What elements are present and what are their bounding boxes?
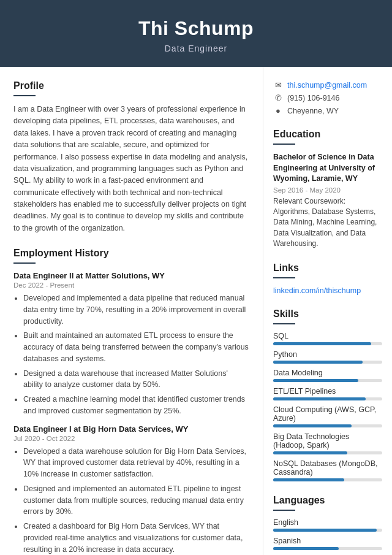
skill-label: Python [273, 350, 382, 359]
left-column: Profile I am a Data Engineer with over 3… [0, 67, 263, 555]
skill-label: NoSQL Databases (MongoDB, Cassandra) [273, 459, 382, 477]
bullet: Created a dashboard for Big Horn Data Se… [23, 521, 249, 555]
job-item: Data Engineer II at Matter Solutions, WY… [13, 271, 249, 417]
language-bar-bg [273, 547, 382, 550]
skill-bar-bg [273, 361, 382, 364]
skill-bar-fill [273, 397, 366, 400]
skills-section-title: Skills [273, 308, 382, 320]
contact-phone: ✆ (915) 106-9146 [273, 93, 382, 102]
skill-bar-bg [273, 397, 382, 400]
skills-section: Skills SQL Python Data Modeling ETL/ELT … [273, 308, 382, 481]
skill-item: NoSQL Databases (MongoDB, Cassandra) [273, 459, 382, 481]
languages-divider [273, 510, 295, 511]
email-icon: ✉ [273, 80, 283, 90]
skill-item: Python [273, 350, 382, 364]
job-dates-2: Jul 2020 - Oct 2022 [13, 435, 249, 442]
languages-list: English Spanish [273, 518, 382, 550]
job-bullets-1: Developed and implemented a data pipelin… [13, 293, 249, 417]
languages-section: Languages English Spanish [273, 495, 382, 550]
skill-item: Big Data Technologies (Hadoop, Spark) [273, 432, 382, 454]
bullet: Built and maintained an automated ETL pr… [23, 330, 249, 364]
job-item: Data Engineer I at Big Horn Data Service… [13, 424, 249, 555]
skill-item: Cloud Computing (AWS, GCP, Azure) [273, 405, 382, 427]
edu-dates: Sep 2016 - May 2020 [273, 186, 382, 194]
edu-coursework: Relevant Coursework: Algorithms, Databas… [273, 196, 382, 250]
skill-bar-fill [273, 451, 347, 454]
skill-bar-bg [273, 451, 382, 454]
education-section: Education Bachelor of Science in Data En… [273, 129, 382, 249]
skill-item: SQL [273, 332, 382, 345]
email-link[interactable]: thi.schump@gmail.com [287, 81, 367, 90]
skill-label: ETL/ELT Pipelines [273, 387, 382, 396]
bullet: Designed a data warehouse that increased… [23, 368, 249, 391]
skill-label: Data Modeling [273, 369, 382, 377]
skill-bar-bg [273, 342, 382, 345]
skill-bar-bg [273, 379, 382, 382]
contact-section: ✉ thi.schump@gmail.com ✆ (915) 106-9146 … [273, 80, 382, 115]
edu-degree: Bachelor of Science in Data Engineering … [273, 152, 382, 185]
employment-section-title: Employment History [13, 248, 249, 259]
language-bar-fill [273, 547, 339, 550]
links-section: Links linkedin.com/in/thischump [273, 262, 382, 295]
bullet: Developed and implemented a data pipelin… [23, 293, 249, 327]
bullet: Developed a data warehouse solution for … [23, 446, 249, 480]
contact-email: ✉ thi.schump@gmail.com [273, 80, 382, 90]
language-label: English [273, 518, 382, 527]
skills-divider [273, 323, 295, 324]
job-title-1: Data Engineer II at Matter Solutions, WY [13, 271, 249, 280]
contact-location: ● Cheyenne, WY [273, 106, 382, 115]
resume-page: Thi Schump Data Engineer Profile I am a … [0, 0, 392, 555]
skill-label: SQL [273, 332, 382, 340]
main-content: Profile I am a Data Engineer with over 3… [0, 67, 392, 555]
skill-label: Cloud Computing (AWS, GCP, Azure) [273, 405, 382, 423]
job-dates-1: Dec 2022 - Present [13, 281, 249, 289]
job-title-2: Data Engineer I at Big Horn Data Service… [13, 424, 249, 434]
links-divider [273, 277, 295, 278]
profile-divider [13, 95, 36, 96]
skill-bar-fill [273, 379, 358, 382]
header-name: Thi Schump [12, 17, 380, 40]
skills-list: SQL Python Data Modeling ETL/ELT Pipelin… [273, 332, 382, 481]
phone-text: (915) 106-9146 [287, 94, 339, 102]
skill-label: Big Data Technologies (Hadoop, Spark) [273, 432, 382, 450]
links-section-title: Links [273, 262, 382, 274]
employment-divider [13, 262, 36, 264]
profile-section-title: Profile [13, 80, 249, 91]
employment-section: Employment History Data Engineer II at M… [13, 248, 249, 555]
skill-item: ETL/ELT Pipelines [273, 387, 382, 400]
skill-bar-fill [273, 424, 352, 427]
language-item: Spanish [273, 537, 382, 550]
languages-section-title: Languages [273, 495, 382, 506]
phone-icon: ✆ [273, 93, 283, 102]
job-bullets-2: Developed a data warehouse solution for … [13, 446, 249, 555]
linkedin-link[interactable]: linkedin.com/in/thischump [273, 286, 361, 295]
language-label: Spanish [273, 537, 382, 545]
profile-text: I am a Data Engineer with over 3 years o… [13, 104, 249, 234]
bullet: Created a machine learning model that id… [23, 394, 249, 417]
language-bar-fill [273, 529, 377, 532]
location-icon: ● [273, 106, 283, 115]
skill-bar-bg [273, 424, 382, 427]
skill-bar-fill [273, 478, 344, 481]
header: Thi Schump Data Engineer [0, 0, 392, 67]
education-section-title: Education [273, 129, 382, 140]
language-item: English [273, 518, 382, 532]
right-column: ✉ thi.schump@gmail.com ✆ (915) 106-9146 … [263, 67, 392, 555]
bullet: Designed and implemented an automated ET… [23, 483, 249, 518]
skill-bar-bg [273, 478, 382, 481]
skill-bar-fill [273, 361, 363, 364]
education-divider [273, 144, 295, 145]
skill-item: Data Modeling [273, 369, 382, 382]
location-text: Cheyenne, WY [287, 107, 339, 115]
language-bar-bg [273, 529, 382, 532]
header-title: Data Engineer [12, 44, 380, 53]
skill-bar-fill [273, 342, 371, 345]
profile-section: Profile I am a Data Engineer with over 3… [13, 80, 249, 234]
